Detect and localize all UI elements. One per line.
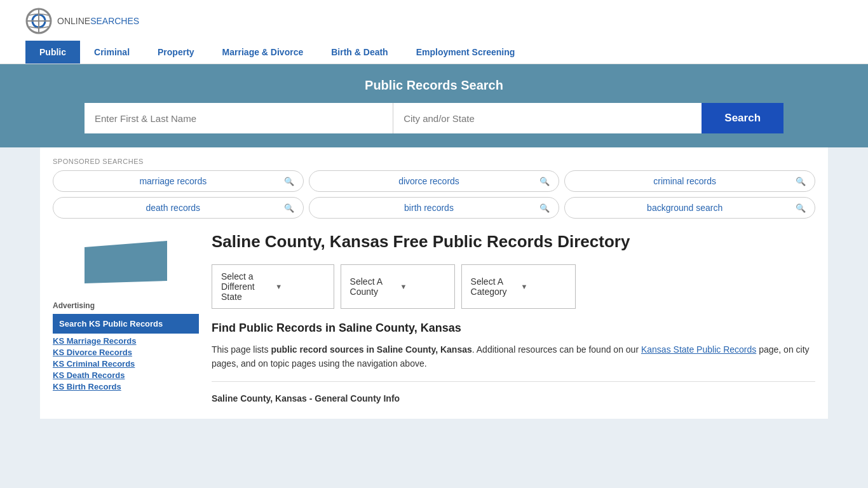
state-dropdown-label: Select a Different State <box>221 271 270 302</box>
nav-item-property[interactable]: Property <box>144 41 208 64</box>
pill-marriage-records[interactable]: marriage records 🔍 <box>53 170 304 192</box>
sponsored-section: SPONSORED SEARCHES marriage records 🔍 di… <box>53 158 815 219</box>
section-subtitle: Saline County, Kansas - General County I… <box>212 388 815 409</box>
sidebar-link-criminal[interactable]: KS Criminal Records <box>53 359 199 369</box>
sidebar-ad-active[interactable]: Search KS Public Records <box>53 314 199 334</box>
search-icon-5: 🔍 <box>539 203 550 213</box>
category-dropdown[interactable]: Select A Category ▼ <box>461 264 576 309</box>
main-content: Saline County, Kansas Free Public Record… <box>212 231 815 409</box>
sponsored-label: SPONSORED SEARCHES <box>53 158 815 165</box>
nav-item-criminal[interactable]: Criminal <box>80 41 144 64</box>
search-icon-1: 🔍 <box>284 177 294 186</box>
name-search-input[interactable] <box>85 103 393 133</box>
pill-criminal-records-text: criminal records <box>574 176 796 186</box>
ks-map-icon <box>81 231 170 292</box>
sidebar-link-death[interactable]: KS Death Records <box>53 370 199 380</box>
find-heading: Find Public Records in Saline County, Ka… <box>212 322 815 335</box>
nav-item-birth-death[interactable]: Birth & Death <box>317 41 402 64</box>
location-search-input[interactable] <box>393 103 702 133</box>
category-dropdown-label: Select A Category <box>471 276 516 297</box>
sponsored-grid: marriage records 🔍 divorce records 🔍 cri… <box>53 170 815 219</box>
desc-bold: public record sources in Saline County, … <box>271 344 471 355</box>
nav-item-employment[interactable]: Employment Screening <box>402 41 529 64</box>
logo-area: ONLINESEARCHES <box>25 8 843 34</box>
page-heading: Saline County, Kansas Free Public Record… <box>212 231 815 253</box>
pill-birth-records-text: birth records <box>318 203 540 213</box>
svg-marker-4 <box>85 241 167 283</box>
sidebar-link-divorce[interactable]: KS Divorce Records <box>53 348 199 357</box>
advertising-label: Advertising <box>53 301 199 310</box>
search-button[interactable]: Search <box>702 103 783 133</box>
main-wrapper: SPONSORED SEARCHES marriage records 🔍 di… <box>40 147 828 419</box>
desc-part2: . Additional resources can be found on o… <box>472 344 641 355</box>
content-area: Advertising Search KS Public Records KS … <box>53 231 815 409</box>
nav-item-marriage-divorce[interactable]: Marriage & Divorce <box>208 41 318 64</box>
search-icon-6: 🔍 <box>796 203 806 213</box>
sidebar-link-birth[interactable]: KS Birth Records <box>53 382 199 391</box>
hero-title: Public Records Search <box>25 78 843 93</box>
hero-banner: Public Records Search Search <box>0 64 868 147</box>
desc-link[interactable]: Kansas State Public Records <box>641 344 756 355</box>
pill-birth-records[interactable]: birth records 🔍 <box>309 197 560 219</box>
pill-background-search-text: background search <box>574 203 796 213</box>
county-dropdown-label: Select A County <box>350 276 395 297</box>
logo-icon <box>25 8 52 34</box>
desc-part1: This page lists <box>212 344 271 355</box>
search-icon-3: 🔍 <box>796 177 806 186</box>
search-bar: Search <box>85 103 783 133</box>
pill-death-records-text: death records <box>62 203 284 213</box>
state-dropdown-arrow: ▼ <box>275 283 324 290</box>
pill-death-records[interactable]: death records 🔍 <box>53 197 304 219</box>
section-divider <box>212 381 815 382</box>
category-dropdown-arrow: ▼ <box>521 283 566 290</box>
logo-online: ONLINE <box>57 16 90 26</box>
county-dropdown[interactable]: Select A County ▼ <box>341 264 455 309</box>
pill-divorce-records[interactable]: divorce records 🔍 <box>309 170 560 192</box>
nav-item-public[interactable]: Public <box>25 41 80 64</box>
pill-divorce-records-text: divorce records <box>318 176 540 186</box>
pill-criminal-records[interactable]: criminal records 🔍 <box>564 170 815 192</box>
pill-background-search[interactable]: background search 🔍 <box>564 197 815 219</box>
header: ONLINESEARCHES Public Criminal Property … <box>0 0 868 64</box>
main-nav: Public Criminal Property Marriage & Divo… <box>25 41 843 64</box>
sidebar: Advertising Search KS Public Records KS … <box>53 231 199 409</box>
sidebar-link-marriage[interactable]: KS Marriage Records <box>53 336 199 346</box>
description-text: This page lists public record sources in… <box>212 342 815 371</box>
pill-marriage-records-text: marriage records <box>62 176 284 186</box>
search-icon-4: 🔍 <box>284 203 294 213</box>
logo-text: ONLINESEARCHES <box>57 16 139 26</box>
dropdowns-row: Select a Different State ▼ Select A Coun… <box>212 264 815 309</box>
county-dropdown-arrow: ▼ <box>400 283 445 290</box>
state-dropdown[interactable]: Select a Different State ▼ <box>212 264 334 309</box>
logo-searches: SEARCHES <box>90 16 139 26</box>
search-icon-2: 🔍 <box>539 177 550 186</box>
